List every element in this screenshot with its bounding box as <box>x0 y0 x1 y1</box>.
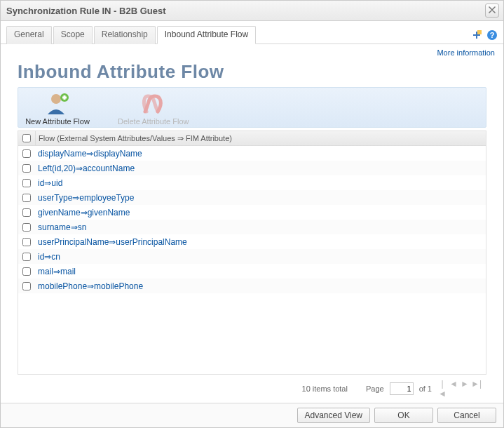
tabs: General Scope Relationship Inbound Attri… <box>6 25 256 44</box>
pager: 10 items total Page of 1 |◄ ◄ ► ►| <box>13 375 491 403</box>
tab-inbound-attribute-flow[interactable]: Inbound Attribute Flow <box>157 26 256 44</box>
row-checkbox-cell[interactable] <box>18 149 35 158</box>
titlebar: Synchronization Rule IN - B2B Guest <box>1 1 503 21</box>
delete-attribute-flow-button: Delete Attribute Flow <box>118 91 189 126</box>
tab-scope[interactable]: Scope <box>53 26 93 44</box>
row-checkbox[interactable] <box>22 149 31 158</box>
tab-relationship[interactable]: Relationship <box>94 26 156 44</box>
flow-link[interactable]: id⇒uid <box>35 178 62 188</box>
flow-link[interactable]: Left(id,20)⇒accountName <box>35 163 135 173</box>
window-title: Synchronization Rule IN - B2B Guest <box>6 6 166 16</box>
tab-strip: General Scope Relationship Inbound Attri… <box>1 21 503 44</box>
table-row[interactable]: surname⇒sn <box>18 220 486 234</box>
row-checkbox-cell[interactable] <box>18 179 35 187</box>
grid-header: Flow (External System Attributes/Values … <box>18 131 486 146</box>
row-checkbox-cell[interactable] <box>18 238 35 246</box>
flow-link[interactable]: userPrincipalName⇒userPrincipalName <box>35 237 187 247</box>
flow-link[interactable]: id⇒cn <box>35 252 60 262</box>
delete-icon <box>139 91 168 116</box>
svg-rect-8 <box>64 95 66 100</box>
row-checkbox-cell[interactable] <box>18 194 35 202</box>
svg-rect-1 <box>473 34 480 36</box>
table-row[interactable]: givenName⇒givenName <box>18 205 486 220</box>
close-icon <box>489 6 496 15</box>
add-filter-icon[interactable] <box>471 29 482 41</box>
row-checkbox-cell[interactable] <box>18 282 35 290</box>
row-checkbox[interactable] <box>22 267 31 276</box>
svg-rect-2 <box>477 30 482 34</box>
content-area: Inbound Attribute Flow New Attribute Flo… <box>1 57 503 403</box>
dialog-window: Synchronization Rule IN - B2B Guest Gene… <box>0 0 504 428</box>
last-page-icon[interactable]: ►| <box>471 379 481 399</box>
pager-nav: |◄ ◄ ► ►| <box>437 379 481 399</box>
page-label: Page <box>366 384 384 393</box>
row-checkbox[interactable] <box>22 164 31 173</box>
svg-point-5 <box>51 94 61 104</box>
table-row[interactable]: userType⇒employeeType <box>18 190 486 205</box>
action-bar: New Attribute Flow Delete Attribute Flow <box>18 87 486 128</box>
first-page-icon[interactable]: |◄ <box>437 379 447 399</box>
prev-page-icon[interactable]: ◄ <box>449 379 458 399</box>
page-of-text: of 1 <box>419 384 432 393</box>
cancel-button[interactable]: Cancel <box>437 408 496 423</box>
page-number-input[interactable] <box>390 382 414 395</box>
more-information-link[interactable]: More information <box>1 44 503 57</box>
user-add-icon <box>43 91 71 116</box>
page-title: Inbound Attribute Flow <box>18 61 491 83</box>
table-row[interactable]: id⇒uid <box>18 175 486 190</box>
close-button[interactable] <box>485 4 499 18</box>
row-checkbox[interactable] <box>22 208 31 217</box>
row-checkbox[interactable] <box>22 282 31 290</box>
row-checkbox[interactable] <box>22 253 31 261</box>
flow-link[interactable]: surname⇒sn <box>35 222 86 232</box>
flow-link[interactable]: displayName⇒displayName <box>35 149 142 159</box>
ok-button[interactable]: OK <box>374 408 433 423</box>
flow-link[interactable]: mobilePhone⇒mobilePhone <box>35 281 143 291</box>
table-row[interactable]: mail⇒mail <box>18 264 486 279</box>
row-checkbox-cell[interactable] <box>18 223 35 232</box>
flow-link[interactable]: mail⇒mail <box>35 267 76 276</box>
flow-column-header[interactable]: Flow (External System Attributes/Values … <box>36 134 232 143</box>
table-row[interactable]: userPrincipalName⇒userPrincipalName <box>18 234 486 249</box>
grid-body: displayName⇒displayNameLeft(id,20)⇒accou… <box>18 146 486 374</box>
next-page-icon[interactable]: ► <box>460 379 470 399</box>
table-row[interactable]: id⇒cn <box>18 249 486 264</box>
delete-attribute-flow-label: Delete Attribute Flow <box>118 117 189 126</box>
table-row[interactable]: displayName⇒displayName <box>18 146 486 161</box>
row-checkbox[interactable] <box>22 179 31 187</box>
table-row[interactable]: mobilePhone⇒mobilePhone <box>18 279 486 293</box>
row-checkbox-cell[interactable] <box>18 208 35 217</box>
row-checkbox-cell[interactable] <box>18 267 35 276</box>
new-attribute-flow-label: New Attribute Flow <box>25 117 90 126</box>
row-checkbox[interactable] <box>22 238 31 246</box>
items-total: 10 items total <box>302 384 348 393</box>
flow-link[interactable]: givenName⇒givenName <box>35 208 130 218</box>
row-checkbox[interactable] <box>22 223 31 232</box>
advanced-view-button[interactable]: Advanced View <box>297 408 371 423</box>
row-checkbox[interactable] <box>22 194 31 202</box>
row-checkbox-cell[interactable] <box>18 164 35 173</box>
toolbar-icons: ? <box>471 29 498 44</box>
table-row[interactable]: Left(id,20)⇒accountName <box>18 161 486 175</box>
row-checkbox-cell[interactable] <box>18 253 35 261</box>
select-all-cell[interactable] <box>18 131 36 145</box>
footer: Advanced View OK Cancel <box>1 403 503 427</box>
tab-general[interactable]: General <box>6 26 52 44</box>
new-attribute-flow-button[interactable]: New Attribute Flow <box>22 91 93 126</box>
select-all-checkbox[interactable] <box>22 134 31 142</box>
help-icon[interactable]: ? <box>486 29 498 41</box>
attribute-flow-grid: Flow (External System Attributes/Values … <box>18 131 486 375</box>
svg-text:?: ? <box>490 31 495 39</box>
flow-link[interactable]: userType⇒employeeType <box>35 193 134 203</box>
